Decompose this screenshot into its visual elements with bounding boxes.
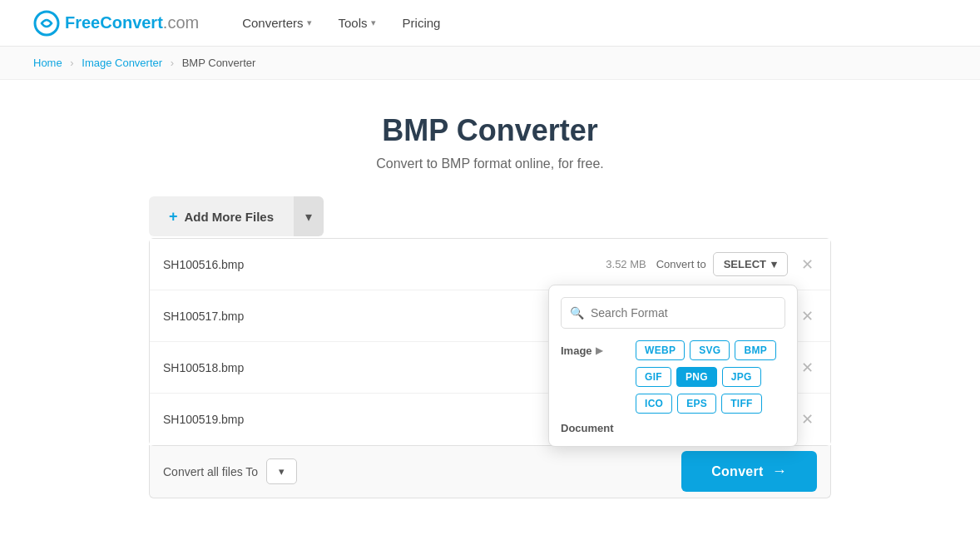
search-row: 🔍: [561, 297, 785, 329]
image-format-tags-3: ICO EPS TIFF: [636, 394, 762, 414]
format-tag-bmp[interactable]: BMP: [735, 340, 776, 360]
tools-chevron-icon: ▾: [371, 17, 376, 28]
format-select-button[interactable]: SELECT ▾: [713, 252, 788, 276]
convert-arrow-icon: →: [772, 463, 787, 480]
format-tag-gif[interactable]: GIF: [636, 367, 671, 387]
dropdown-chevron-icon: ▾: [305, 210, 312, 224]
breadcrumb: Home › Image Converter › BMP Converter: [0, 47, 980, 80]
convert-to-label: Convert to: [656, 258, 706, 270]
format-tag-ico[interactable]: ICO: [636, 394, 672, 414]
page-title: BMP Converter: [149, 113, 831, 148]
breadcrumb-sep-1: ›: [70, 57, 73, 69]
converters-chevron-icon: ▾: [307, 17, 312, 28]
svg-point-0: [35, 12, 58, 35]
document-category-label: Document: [561, 422, 636, 434]
main-content: BMP Converter Convert to BMP format onli…: [132, 80, 848, 548]
file-size: 3.52 MB: [606, 258, 646, 270]
nav-converters[interactable]: Converters ▾: [232, 11, 321, 35]
header: FreeConvert.com Converters ▾ Tools ▾ Pri…: [0, 0, 980, 47]
toolbar: + Add More Files ▾: [149, 196, 831, 236]
convert-all-chevron-icon: ▾: [279, 465, 285, 478]
remove-file-button[interactable]: ✕: [798, 357, 817, 379]
select-chevron-icon: ▾: [771, 258, 777, 270]
image-arrow-icon: ▶: [596, 345, 602, 356]
image-category-label: Image ▶: [561, 344, 636, 357]
image-category-row-3: ICO EPS TIFF: [561, 394, 785, 414]
format-tag-tiff[interactable]: TIFF: [721, 394, 762, 414]
document-category-row: Document: [561, 422, 785, 434]
select-label: SELECT: [724, 258, 766, 270]
convert-label: Convert: [711, 464, 764, 479]
format-tag-eps[interactable]: EPS: [677, 394, 716, 414]
nav-pricing[interactable]: Pricing: [393, 11, 451, 35]
logo-text: FreeConvert.com: [65, 13, 199, 32]
breadcrumb-image-converter[interactable]: Image Converter: [82, 57, 162, 69]
file-list-container: SH100516.bmp 3.52 MB Convert to SELECT ▾…: [149, 238, 831, 446]
plus-icon: +: [169, 208, 178, 225]
logo-icon: [33, 10, 60, 37]
breadcrumb-current: BMP Converter: [182, 57, 256, 69]
remove-file-button[interactable]: ✕: [798, 409, 817, 430]
add-files-dropdown-toggle[interactable]: ▾: [294, 196, 324, 236]
add-files-label: Add More Files: [185, 210, 275, 224]
convert-all-section: Convert all files To ▾: [163, 458, 297, 484]
format-tag-jpg[interactable]: JPG: [722, 367, 761, 387]
nav-tools[interactable]: Tools ▾: [329, 11, 386, 35]
remove-file-button[interactable]: ✕: [798, 254, 817, 275]
image-format-tags: WEBP SVG BMP: [636, 340, 776, 360]
breadcrumb-home[interactable]: Home: [33, 57, 62, 69]
image-format-tags-2: GIF PNG JPG: [636, 367, 761, 387]
convert-all-label: Convert all files To: [163, 465, 258, 478]
image-category-row: Image ▶ WEBP SVG BMP: [561, 340, 785, 360]
remove-file-button[interactable]: ✕: [798, 305, 817, 327]
file-name: SH100516.bmp: [163, 258, 606, 271]
page-subtitle: Convert to BMP format online, for free.: [149, 156, 831, 171]
footer-bar: Convert all files To ▾ Convert →: [149, 445, 831, 498]
search-icon: 🔍: [570, 306, 584, 320]
format-tag-svg[interactable]: SVG: [690, 340, 730, 360]
search-input[interactable]: [591, 306, 776, 320]
format-tag-png[interactable]: PNG: [676, 367, 717, 387]
main-nav: Converters ▾ Tools ▾ Pricing: [232, 11, 450, 35]
format-tag-webp[interactable]: WEBP: [636, 340, 685, 360]
breadcrumb-sep-2: ›: [171, 57, 174, 69]
table-row: SH100516.bmp 3.52 MB Convert to SELECT ▾…: [150, 239, 830, 290]
image-category: Image ▶ WEBP SVG BMP GIF PNG JPG: [561, 340, 785, 414]
image-category-row-2: GIF PNG JPG: [561, 367, 785, 387]
logo[interactable]: FreeConvert.com: [33, 10, 199, 37]
format-popup: 🔍 Image ▶ WEBP SVG BMP: [548, 285, 798, 447]
convert-button[interactable]: Convert →: [681, 451, 817, 492]
add-files-button[interactable]: + Add More Files: [149, 196, 294, 236]
convert-all-dropdown[interactable]: ▾: [266, 458, 297, 484]
